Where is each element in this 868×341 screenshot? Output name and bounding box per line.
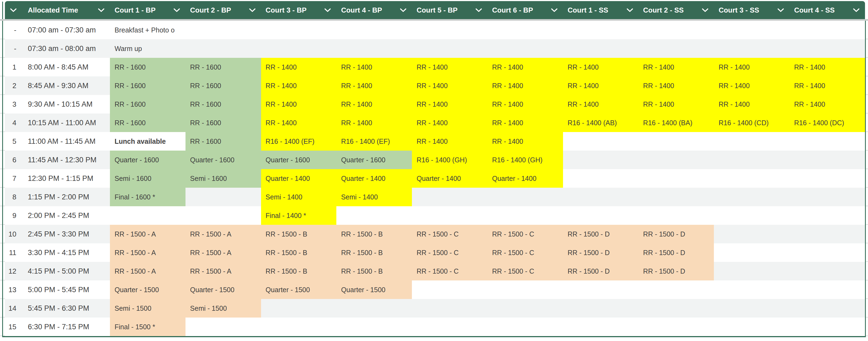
court-cell [185,317,261,336]
court-cell: RR - 1400 [639,58,714,76]
header-court-4-ss[interactable]: Court 4 - SS [789,1,865,19]
header-court-6-bp[interactable]: Court 6 - BP [488,1,563,19]
court-cell [639,299,714,317]
header-label: Court 3 - SS [718,6,759,14]
court-cell: Lunch available [110,132,185,151]
court-cell [412,188,488,206]
chevron-down-icon[interactable] [853,8,860,12]
chevron-down-icon[interactable] [777,8,784,12]
court-cell [714,132,789,151]
court-cell: RR - 1600 [185,95,261,114]
court-cell [639,188,714,206]
court-cell: RR - 1500 - C [412,225,488,243]
court-cell [714,21,789,39]
header-court-4-bp[interactable]: Court 4 - BP [336,1,412,19]
time-cell: 12:30 PM - 1:15 PM [22,169,110,188]
court-cell: RR - 1600 [185,132,261,151]
court-cell: R16 - 1400 (GH) [412,151,488,169]
court-cell: RR - 1400 [714,58,789,76]
chevron-down-icon[interactable] [702,8,709,12]
court-cell [488,188,563,206]
header-row: Allocated TimeCourt 1 - BPCourt 2 - BPCo… [5,1,865,19]
header-court-5-bp[interactable]: Court 5 - BP [412,1,488,19]
court-cell: R16 - 1400 (GH) [488,151,563,169]
court-cell: R16 - 1400 (EF) [261,132,337,151]
chevron-down-icon[interactable] [626,8,633,12]
header-allocated-time[interactable]: Allocated Time [22,1,110,19]
court-cell: RR - 1400 [261,95,337,114]
court-cell [639,151,714,169]
time-cell: 4:15 PM - 5:00 PM [22,262,110,280]
court-cell: RR - 1400 [261,114,337,132]
row-number-cell: 8 [5,188,22,206]
header-court-3-bp[interactable]: Court 3 - BP [261,1,337,19]
chevron-down-icon[interactable] [475,8,482,12]
court-cell [563,280,639,299]
court-cell: RR - 1600 [110,58,185,76]
court-cell: Quarter - 1400 [412,169,488,188]
court-cell [639,21,714,39]
court-cell: Semi - 1600 [110,169,185,188]
court-cell: RR - 1500 - C [412,243,488,262]
table-row: 410:15 AM - 11:00 AMRR - 1600RR - 1600RR… [5,114,865,132]
header-corner-cell[interactable] [5,1,22,19]
court-cell [789,225,865,243]
court-cell [336,299,412,317]
court-cell [714,151,789,169]
chevron-down-icon[interactable] [98,8,105,12]
court-cell [488,39,563,58]
chevron-down-icon[interactable] [173,8,180,12]
header-court-3-ss[interactable]: Court 3 - SS [714,1,789,19]
chevron-down-icon[interactable] [10,8,17,12]
court-cell: RR - 1400 [639,95,714,114]
header-court-2-bp[interactable]: Court 2 - BP [185,1,261,19]
time-cell: 07:00 am - 07:30 am [22,21,110,39]
court-cell: Quarter - 1500 [110,280,185,299]
court-cell: RR - 1600 [110,76,185,95]
time-cell: 1:15 PM - 2:00 PM [22,188,110,206]
table-row: 18:00 AM - 8:45 AMRR - 1600RR - 1600RR -… [5,58,865,76]
court-cell [412,280,488,299]
header-court-1-bp[interactable]: Court 1 - BP [110,1,185,19]
header-label: Allocated Time [28,6,78,14]
chevron-down-icon[interactable] [324,8,331,12]
court-cell: Final - 1400 * [261,206,337,225]
court-cell [789,317,865,336]
court-cell: Quarter - 1600 [336,151,412,169]
court-cell [789,132,865,151]
table-row: 611:45 AM - 12:30 PMQuarter - 1600Quarte… [5,151,865,169]
row-number-cell: - [5,21,22,39]
chevron-down-icon[interactable] [551,8,558,12]
court-cell [488,299,563,317]
court-cell: RR - 1400 [789,76,865,95]
court-cell [412,206,488,225]
court-cell [488,280,563,299]
chevron-down-icon[interactable] [400,8,407,12]
chevron-down-icon[interactable] [249,8,256,12]
court-cell: Quarter - 1500 [336,280,412,299]
court-cell [488,317,563,336]
time-cell: 5:45 PM - 6:30 PM [22,299,110,317]
court-cell [563,39,639,58]
court-cell: RR - 1400 [412,76,488,95]
schedule-body: -07:00 am - 07:30 amBreakfast + Photo o-… [5,21,865,336]
row-number-cell: 7 [5,169,22,188]
header-court-1-ss[interactable]: Court 1 - SS [563,1,639,19]
court-cell [789,262,865,280]
court-cell: RR - 1600 [185,114,261,132]
court-cell: RR - 1400 [789,58,865,76]
court-cell [639,206,714,225]
court-cell: RR - 1500 - D [639,243,714,262]
court-cell: RR - 1400 [563,58,639,76]
table-row: 102:45 PM - 3:30 PMRR - 1500 - ARR - 150… [5,225,865,243]
court-cell: RR - 1400 [412,58,488,76]
header-label: Court 4 - BP [341,6,382,14]
court-cell [714,280,789,299]
right-frame-line [865,19,866,337]
court-cell [789,188,865,206]
court-cell: Quarter - 1400 [261,169,337,188]
court-cell [563,169,639,188]
header-court-2-ss[interactable]: Court 2 - SS [639,1,714,19]
time-cell: 9:30 AM - 10:15 AM [22,95,110,114]
time-cell: 07:30 am - 08:00 am [22,39,110,58]
